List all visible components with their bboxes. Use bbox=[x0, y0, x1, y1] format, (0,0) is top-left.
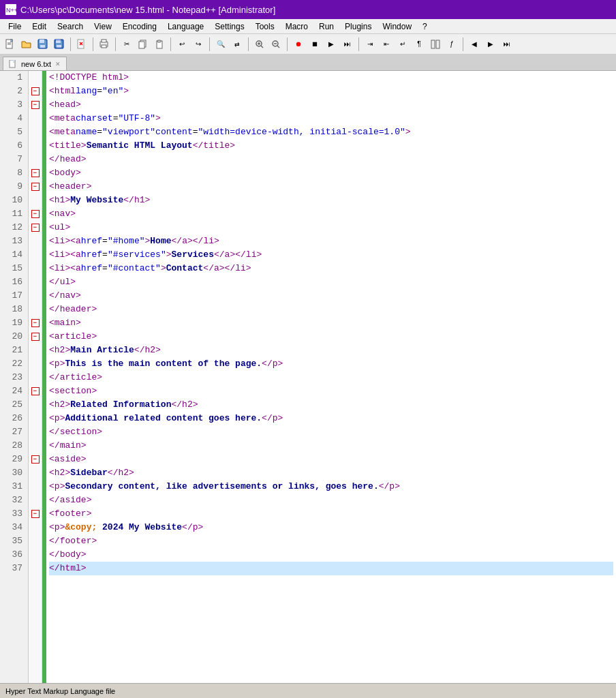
zoom-in-button[interactable] bbox=[252, 37, 267, 52]
function-list-button[interactable]: ƒ bbox=[444, 37, 459, 52]
code-line: <p>&copy; 2024 My Website</p> bbox=[49, 521, 613, 534]
fold-indicator bbox=[29, 466, 42, 480]
fold-indicator bbox=[29, 398, 42, 412]
code-line: <li><a href="#services">Services</a></li… bbox=[49, 248, 613, 262]
outdent-button[interactable]: ⇤ bbox=[379, 37, 394, 52]
fold-indicator[interactable]: − bbox=[29, 85, 42, 98]
line-number: 30 bbox=[0, 466, 25, 480]
code-line: <body> bbox=[49, 166, 613, 180]
fold-indicator[interactable]: − bbox=[29, 180, 42, 194]
replace-button[interactable]: ⇄ bbox=[230, 37, 245, 52]
redo-button[interactable]: ↪ bbox=[191, 37, 206, 52]
fold-column: −−−−−−−−−−− bbox=[29, 71, 42, 683]
code-line: </section> bbox=[49, 425, 613, 439]
open-file-button[interactable] bbox=[19, 37, 34, 52]
tab-new6[interactable]: new 6.txt ✕ bbox=[3, 57, 67, 70]
line-numbers: 1234567891011121314151617181920212223242… bbox=[0, 71, 29, 683]
line-number: 25 bbox=[0, 398, 25, 412]
menu-view[interactable]: View bbox=[89, 20, 117, 33]
code-line: <li><a href="#home">Home</a></li> bbox=[49, 234, 613, 248]
fold-indicator[interactable]: − bbox=[29, 98, 42, 112]
macro-stop-button[interactable]: ⏹ bbox=[307, 37, 322, 52]
macro-play-button[interactable]: ▶ bbox=[324, 37, 339, 52]
menu-plugins[interactable]: Plugins bbox=[339, 20, 377, 33]
copy-button[interactable] bbox=[136, 37, 151, 52]
title-bar: N++ C:\Users\pc\Documents\new 15.html - … bbox=[0, 0, 616, 19]
menu-settings[interactable]: Settings bbox=[209, 20, 249, 33]
fold-indicator[interactable]: − bbox=[29, 207, 42, 221]
fold-indicator[interactable]: − bbox=[29, 453, 42, 466]
line-number: 24 bbox=[0, 384, 25, 398]
macro-run-multiple[interactable]: ⏭ bbox=[340, 37, 355, 52]
save-all-button[interactable] bbox=[52, 37, 67, 52]
tab-close-button[interactable]: ✕ bbox=[55, 61, 61, 67]
prev-button[interactable]: ◀ bbox=[467, 37, 482, 52]
close-button[interactable] bbox=[74, 37, 89, 52]
line-number: 11 bbox=[0, 207, 25, 221]
fold-indicator[interactable]: − bbox=[29, 507, 42, 521]
fold-indicator bbox=[29, 412, 42, 425]
tab-file-icon bbox=[9, 60, 17, 68]
fold-indicator[interactable]: − bbox=[29, 221, 42, 234]
fold-indicator bbox=[29, 439, 42, 453]
line-number: 13 bbox=[0, 234, 25, 248]
next-button[interactable]: ▶ bbox=[483, 37, 498, 52]
fold-indicator[interactable]: − bbox=[29, 384, 42, 398]
wordwrap-button[interactable]: ↵ bbox=[395, 37, 410, 52]
new-file-button[interactable] bbox=[3, 37, 18, 52]
toolbar-separator-4 bbox=[170, 37, 171, 51]
zoom-out-button[interactable] bbox=[268, 37, 283, 52]
line-number: 5 bbox=[0, 125, 25, 139]
code-line: <p>This is the main content of the page.… bbox=[49, 357, 613, 371]
line-number: 8 bbox=[0, 166, 25, 180]
code-line: </ul> bbox=[49, 275, 613, 289]
line-number: 35 bbox=[0, 534, 25, 548]
menu-file[interactable]: File bbox=[3, 20, 27, 33]
code-line: <main> bbox=[49, 316, 613, 330]
svg-rect-29 bbox=[431, 40, 435, 48]
line-number: 12 bbox=[0, 221, 25, 234]
fold-indicator bbox=[29, 262, 42, 275]
title-bar-text: C:\Users\pc\Documents\new 15.html - Note… bbox=[20, 5, 275, 15]
menu-tools[interactable]: Tools bbox=[250, 20, 280, 33]
fold-indicator[interactable]: − bbox=[29, 316, 42, 330]
menu-run[interactable]: Run bbox=[313, 20, 339, 33]
line-number: 7 bbox=[0, 153, 25, 166]
fold-indicator[interactable]: − bbox=[29, 330, 42, 344]
fold-indicator[interactable]: − bbox=[29, 166, 42, 180]
code-line: <article> bbox=[49, 330, 613, 344]
macro-record-button[interactable]: ⏺ bbox=[291, 37, 306, 52]
menu-macro[interactable]: Macro bbox=[280, 20, 313, 33]
find-button[interactable]: 🔍 bbox=[213, 37, 228, 52]
svg-rect-19 bbox=[139, 42, 144, 48]
line-number: 36 bbox=[0, 548, 25, 562]
line-number: 19 bbox=[0, 316, 25, 330]
save-button[interactable] bbox=[35, 37, 50, 52]
print-button[interactable] bbox=[97, 37, 112, 52]
toolbar-separator-3 bbox=[115, 37, 116, 51]
cut-button[interactable]: ✂ bbox=[119, 37, 134, 52]
svg-rect-30 bbox=[436, 40, 440, 48]
last-button[interactable]: ⏭ bbox=[499, 37, 514, 52]
paste-button[interactable] bbox=[152, 37, 167, 52]
menu-search[interactable]: Search bbox=[52, 20, 89, 33]
menu-help[interactable]: ? bbox=[417, 20, 433, 33]
indent-button[interactable]: ⇥ bbox=[363, 37, 378, 52]
menu-language[interactable]: Language bbox=[162, 20, 209, 33]
menu-encoding[interactable]: Encoding bbox=[117, 20, 162, 33]
fold-indicator bbox=[29, 371, 42, 384]
code-editor[interactable]: <!DOCTYPE html><html lang="en"><head> <m… bbox=[46, 71, 616, 683]
editor-area: 1234567891011121314151617181920212223242… bbox=[0, 71, 616, 683]
menu-edit[interactable]: Edit bbox=[27, 20, 52, 33]
code-line: <html lang="en"> bbox=[49, 85, 613, 98]
document-map-button[interactable] bbox=[428, 37, 443, 52]
line-number: 4 bbox=[0, 112, 25, 125]
menu-window[interactable]: Window bbox=[377, 20, 417, 33]
code-line: </main> bbox=[49, 439, 613, 453]
line-number: 31 bbox=[0, 480, 25, 494]
status-bar: Hyper Text Markup Language file bbox=[0, 683, 616, 698]
undo-button[interactable]: ↩ bbox=[174, 37, 189, 52]
toolbar-separator-7 bbox=[287, 37, 288, 51]
all-chars-button[interactable]: ¶ bbox=[412, 37, 427, 52]
app-icon: N++ bbox=[5, 4, 16, 15]
